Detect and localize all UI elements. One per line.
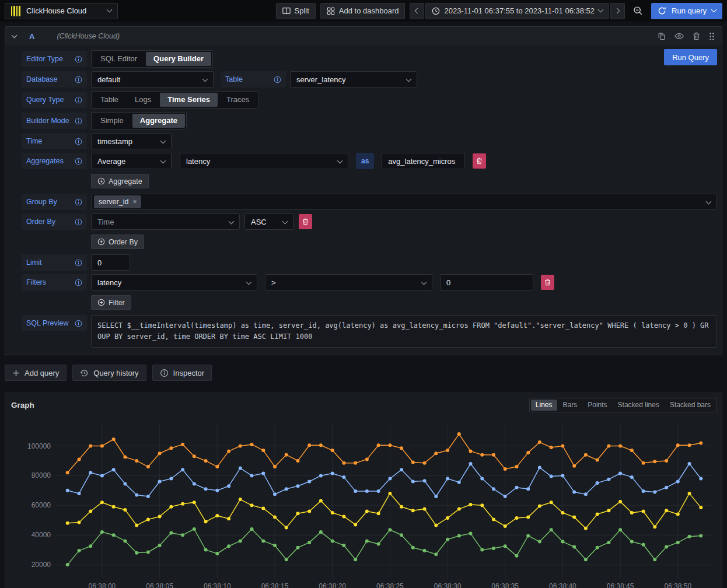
split-label: Split (295, 6, 309, 15)
info-icon[interactable] (75, 55, 82, 63)
group-by-tag: server_id × (94, 195, 141, 208)
history-icon (80, 369, 89, 377)
aggregates-label: Aggregates (22, 153, 87, 169)
query-type-toggle: Table Logs Time Series Traces (91, 91, 258, 108)
graph-style-toggle: Lines Bars Points Stacked lines Stacked … (529, 398, 717, 412)
add-filter-button[interactable]: Filter (91, 295, 131, 310)
editor-type-label: Editor Type (22, 51, 87, 67)
datasource-picker[interactable]: ClickHouse Cloud (5, 3, 118, 19)
order-by-field-select[interactable]: Time (91, 214, 240, 230)
svg-text:40000: 40000 (32, 531, 51, 539)
chevron-down-icon (282, 219, 288, 225)
remove-order-by-button[interactable] (299, 214, 312, 229)
run-query-toolbar-button[interactable]: Run query (651, 3, 722, 19)
run-query-editor-button[interactable]: Run Query (664, 49, 717, 65)
disable-query-eye-icon[interactable] (674, 33, 684, 40)
info-icon[interactable] (75, 259, 82, 267)
limit-row: Limit 0 (22, 254, 717, 271)
drag-handle-icon[interactable] (709, 32, 715, 41)
info-icon[interactable] (75, 279, 82, 286)
editor-type-option-sql-editor[interactable]: SQL Editor (93, 52, 145, 66)
split-button[interactable]: Split (276, 3, 316, 19)
info-icon[interactable] (75, 138, 82, 145)
editor-type-row: Editor Type SQL Editor Query Builder (22, 50, 717, 68)
group-by-row: Group By server_id × (22, 194, 717, 210)
editor-type-option-query-builder[interactable]: Query Builder (146, 52, 211, 66)
info-icon[interactable] (75, 158, 82, 165)
aggregate-function-select[interactable]: Average (91, 153, 172, 169)
plus-circle-icon (97, 177, 105, 185)
aggregate-column-select[interactable]: latency (180, 153, 348, 169)
query-type-option-traces[interactable]: Traces (219, 93, 257, 107)
builder-mode-option-simple[interactable]: Simple (93, 114, 131, 128)
collapse-chevron-icon[interactable] (12, 32, 18, 38)
filter-value-input[interactable]: 0 (440, 274, 533, 290)
graph-style-option-stacked-lines[interactable]: Stacked lines (613, 400, 664, 411)
duplicate-query-icon[interactable] (658, 32, 666, 40)
chevron-down-icon (246, 279, 252, 285)
info-icon[interactable] (75, 218, 82, 226)
aggregate-alias-input[interactable]: avg_latency_micros (382, 153, 465, 169)
table-select[interactable]: server_latency (290, 71, 417, 88)
database-select[interactable]: default (91, 71, 214, 88)
remove-aggregate-button[interactable] (473, 153, 486, 169)
svg-text:06:38:10: 06:38:10 (204, 582, 231, 588)
query-type-option-time-series[interactable]: Time Series (160, 93, 218, 107)
query-history-button[interactable]: Query history (72, 365, 146, 381)
query-datasource-hint: (ClickHouse Cloud) (57, 32, 120, 40)
graph-style-option-lines[interactable]: Lines (531, 400, 557, 411)
graph-style-option-stacked-bars[interactable]: Stacked bars (665, 400, 715, 411)
time-shift-back-button[interactable] (410, 3, 424, 19)
graph-style-option-points[interactable]: Points (583, 400, 611, 411)
svg-text:80000: 80000 (32, 471, 51, 480)
chevron-down-icon (229, 219, 235, 225)
filter-operator-select[interactable]: > (265, 274, 432, 290)
info-icon[interactable] (274, 76, 281, 83)
info-icon[interactable] (75, 117, 82, 125)
inspector-button[interactable]: Inspector (152, 365, 212, 381)
chevron-down-icon (598, 7, 604, 13)
remove-tag-icon[interactable]: × (132, 198, 137, 206)
query-header-actions (658, 32, 715, 41)
query-type-option-table[interactable]: Table (93, 93, 126, 107)
graph-style-option-bars[interactable]: Bars (558, 400, 582, 411)
info-icon[interactable] (75, 96, 82, 104)
time-column-select[interactable]: timestamp (91, 133, 172, 149)
time-series-chart[interactable]: 2000040000600008000010000006:38:0006:38:… (5, 414, 722, 588)
svg-text:06:38:50: 06:38:50 (664, 582, 691, 588)
builder-mode-option-aggregate[interactable]: Aggregate (132, 114, 185, 128)
time-picker-group: 2023-11-01 06:37:55 to 2023-11-01 06:38:… (410, 3, 625, 19)
remove-filter-button[interactable] (541, 275, 554, 290)
chevron-down-icon (337, 158, 343, 164)
info-icon[interactable] (75, 320, 82, 327)
datasource-name: ClickHouse Cloud (26, 6, 103, 15)
group-by-label: Group By (22, 194, 87, 210)
group-by-multiselect[interactable]: server_id × (91, 194, 717, 210)
info-icon[interactable] (75, 198, 82, 206)
query-type-option-logs[interactable]: Logs (127, 93, 159, 107)
query-row-header[interactable]: A (ClickHouse Cloud) (5, 27, 722, 46)
add-query-button[interactable]: Add query (5, 365, 67, 381)
svg-text:06:38:20: 06:38:20 (319, 582, 346, 588)
zoom-out-button[interactable] (630, 3, 646, 19)
add-order-by-button[interactable]: Order By (91, 235, 144, 249)
delete-query-trash-icon[interactable] (693, 32, 700, 40)
time-shift-forward-button[interactable] (610, 3, 625, 19)
add-to-dashboard-button[interactable]: Add to dashboard (320, 3, 406, 19)
plus-circle-icon (97, 299, 105, 306)
query-editor-card: A (ClickHouse Cloud) Run Query Editor Ty… (5, 26, 722, 355)
sql-preview-text: SELECT $__timeInterval(timestamp) as tim… (91, 315, 717, 348)
filter-field-select[interactable]: latency (91, 274, 257, 290)
add-aggregate-button[interactable]: Aggregate (91, 174, 149, 188)
order-by-row: Order By Time ASC (22, 214, 717, 230)
svg-text:06:38:00: 06:38:00 (89, 582, 116, 588)
svg-text:06:38:35: 06:38:35 (491, 582, 519, 588)
svg-text:06:38:40: 06:38:40 (549, 582, 576, 588)
time-range-button[interactable]: 2023-11-01 06:37:55 to 2023-11-01 06:38:… (425, 3, 609, 19)
limit-input[interactable]: 0 (91, 254, 130, 271)
order-by-direction-select[interactable]: ASC (244, 214, 293, 230)
svg-text:06:38:05: 06:38:05 (146, 582, 173, 588)
database-label: Database (22, 71, 87, 88)
info-icon[interactable] (75, 76, 82, 83)
zoom-out-icon (633, 6, 643, 16)
